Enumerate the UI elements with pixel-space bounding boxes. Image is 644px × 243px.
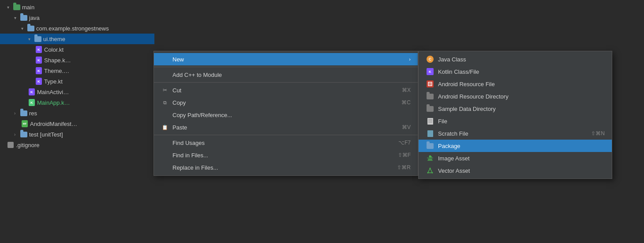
tree-item-theme[interactable]: K Theme.… (0, 65, 154, 76)
tree-label-gitignore: .gitignore (16, 142, 39, 148)
tree-label-color: Color.kt (44, 46, 64, 53)
manifest-icon: MF (21, 120, 28, 127)
add-cpp-icon (161, 71, 169, 79)
submenu-item-android-res-file[interactable]: Android Resource File (419, 78, 612, 90)
tree-item-type[interactable]: K Type.kt (0, 76, 154, 87)
mainapp-icon: K (28, 99, 35, 106)
tree-item-gitignore[interactable]: .gitignore (0, 140, 154, 150)
cut-shortcut: ⌘X (402, 87, 411, 93)
kotlin-class-icon: K (426, 67, 434, 76)
tree-item-res[interactable]: › res (0, 108, 154, 118)
tree-label-shape: Shape.k… (44, 57, 71, 64)
arrow-res: › (14, 111, 20, 116)
submenu-label-java-class: Java Class (438, 56, 605, 63)
menu-label-add-cpp: Add C++ to Module (172, 72, 411, 78)
sample-data-dir-icon (426, 104, 434, 113)
submenu-label-android-res-file: Android Resource File (438, 81, 605, 87)
submenu-item-package[interactable]: Package (419, 140, 612, 152)
find-usages-icon (161, 139, 169, 147)
svg-point-6 (430, 168, 431, 169)
ui-theme-folder-icon (34, 35, 41, 42)
tree-item-mainactivity[interactable]: K MainActivi… (0, 87, 154, 97)
scratch-file-shortcut: ⇧⌘N (591, 130, 605, 137)
find-files-icon (161, 151, 169, 159)
submenu-item-image-asset[interactable]: Image Asset (419, 152, 612, 164)
tree-label-com-example: com.example.strongestnews (36, 25, 109, 32)
menu-sep-3 (154, 135, 418, 135)
menu-sep-2 (154, 82, 418, 83)
color-file-icon: K (35, 46, 42, 53)
shape-file-icon: K (35, 57, 42, 64)
menu-label-find-usages: Find Usages (172, 140, 389, 146)
new-arrow-icon: › (409, 57, 411, 62)
menu-label-cut: Cut (172, 87, 393, 94)
submenu-item-android-res-dir[interactable]: Android Resource Directory (419, 90, 612, 103)
submenu: C Java Class K Kotlin Class/File Android… (418, 51, 612, 179)
tree-label-test: test [unitTest] (29, 131, 63, 138)
tree-label-mainapp: MainApp.k… (37, 99, 70, 106)
mainactivity-icon: K (28, 88, 35, 95)
menu-item-paste[interactable]: 📋 Paste ⌘V (154, 121, 418, 133)
menu-item-find-usages[interactable]: Find Usages ⌥F7 (154, 137, 418, 149)
submenu-item-java-class[interactable]: C Java Class (419, 53, 612, 65)
replace-files-shortcut: ⇧⌘R (397, 164, 411, 171)
submenu-item-vector-asset[interactable]: Vector Asset (419, 164, 612, 177)
menu-item-find-files[interactable]: Find in Files... ⇧⌘F (154, 149, 418, 161)
file-plain-icon (426, 117, 434, 125)
copy-shortcut: ⌘C (401, 99, 411, 106)
tree-label-type: Type.kt (44, 78, 63, 85)
arrow-com-example: ▾ (21, 26, 27, 31)
tree-item-mainapp[interactable]: K MainApp.k… (0, 97, 154, 108)
submenu-label-kotlin-class: Kotlin Class/File (438, 68, 605, 75)
menu-sep-1 (154, 67, 418, 67)
scratch-file-icon (426, 129, 434, 138)
type-file-icon: K (35, 78, 42, 85)
menu-item-replace-files[interactable]: Replace in Files... ⇧⌘R (154, 161, 418, 174)
submenu-item-scratch-file[interactable]: Scratch File ⇧⌘N (419, 127, 612, 140)
menu-item-copy[interactable]: ⧉ Copy ⌘C (154, 96, 418, 109)
svg-rect-4 (427, 158, 433, 158)
svg-point-7 (427, 172, 429, 174)
menu-item-add-cpp[interactable]: Add C++ to Module (154, 68, 418, 81)
submenu-label-package: Package (438, 143, 605, 149)
tree-item-java[interactable]: ▾ java (0, 12, 154, 23)
submenu-label-android-res-dir: Android Resource Directory (438, 93, 605, 100)
menu-item-cut[interactable]: ✂ Cut ⌘X (154, 84, 418, 96)
android-res-dir-icon (426, 92, 434, 101)
tree-item-shape[interactable]: K Shape.k… (0, 55, 154, 65)
tree-label-manifest: AndroidManifest… (30, 121, 77, 127)
vector-asset-icon (426, 166, 434, 175)
image-asset-icon (426, 154, 434, 163)
submenu-label-vector-asset: Vector Asset (438, 167, 605, 174)
submenu-item-sample-data-dir[interactable]: Sample Data Directory (419, 103, 612, 115)
arrow-java: ▾ (14, 15, 20, 20)
arrow-ui-theme: ▾ (28, 37, 34, 42)
android-res-file-icon (426, 80, 434, 88)
menu-item-new[interactable]: New › (154, 53, 418, 65)
com-folder-icon (27, 25, 34, 32)
tree-label-theme: Theme.… (44, 68, 69, 74)
tree-item-com-example[interactable]: ▾ com.example.strongestnews (0, 23, 154, 34)
file-tree: ▾ main ▾ java ▾ com.example.strongestnew… (0, 0, 154, 243)
java-class-icon: C (426, 55, 434, 64)
tree-label-ui-theme: ui.theme (43, 36, 65, 42)
tree-item-main[interactable]: ▾ main (0, 2, 154, 12)
submenu-item-file[interactable]: File (419, 115, 612, 127)
tree-item-manifest[interactable]: MF AndroidManifest… (0, 118, 154, 129)
submenu-item-kotlin-class[interactable]: K Kotlin Class/File (419, 65, 612, 78)
copy-path-icon (161, 111, 169, 119)
paste-icon: 📋 (161, 123, 169, 131)
submenu-label-sample-data-dir: Sample Data Directory (438, 106, 605, 112)
res-folder-icon (20, 110, 27, 117)
tree-label-java: java (29, 15, 40, 21)
tree-item-ui-theme[interactable]: ▾ ui.theme (0, 34, 154, 44)
replace-files-icon (161, 163, 169, 171)
java-folder-icon (20, 14, 27, 21)
tree-item-test[interactable]: › test [unitTest] (0, 129, 154, 140)
svg-point-5 (431, 156, 432, 158)
tree-label-mainactivity: MainActivi… (37, 89, 69, 95)
paste-shortcut: ⌘V (402, 124, 411, 130)
menu-label-replace-files: Replace in Files... (172, 164, 388, 171)
menu-item-copy-path[interactable]: Copy Path/Reference... (154, 109, 418, 121)
tree-item-color[interactable]: K Color.kt (0, 44, 154, 55)
